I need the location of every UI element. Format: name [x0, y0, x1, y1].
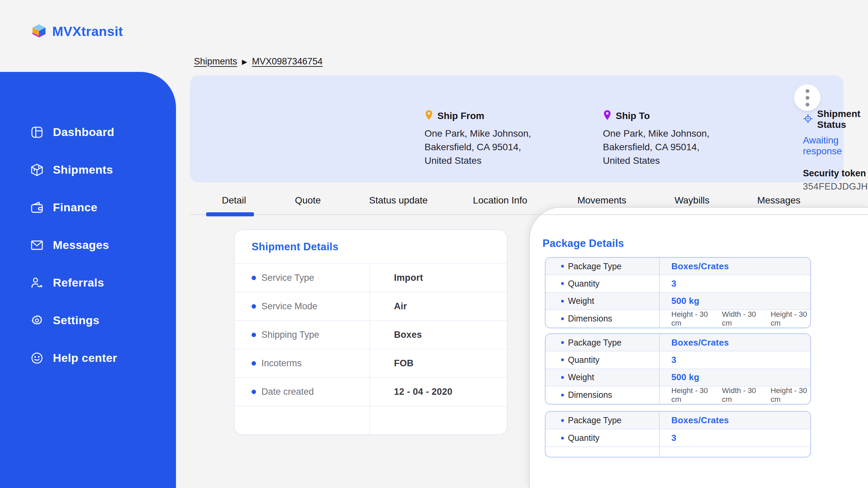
sidebar-item-label: Messages	[53, 238, 109, 252]
shipment-summary-card: Ship From One Park, Mike Johnson, Bakers…	[190, 75, 844, 182]
map-pin-from-icon	[425, 110, 433, 122]
row-value: 3	[671, 355, 676, 365]
security-token-label: Security token	[803, 168, 868, 179]
tab-waybills[interactable]: Waybills	[674, 195, 709, 206]
row-label: Weight	[568, 296, 594, 306]
sidebar-item-label: Help center	[53, 351, 117, 365]
active-tab-indicator	[206, 212, 254, 216]
bullet-icon	[561, 265, 564, 268]
shipment-details-title: Shipment Details	[252, 241, 338, 253]
row-label: Weight	[568, 372, 594, 382]
row-value: 500 kg	[671, 372, 699, 383]
bullet-icon	[252, 276, 256, 280]
table-row: Date created 12 - 04 - 2020	[235, 378, 507, 406]
logo-cube-icon	[31, 23, 47, 40]
package-table-3: Package Type Boxes/Crates Quantity 3	[545, 411, 811, 457]
breadcrumb-arrow-icon: ▶	[242, 58, 247, 66]
app-title: MVXtransit	[52, 24, 123, 39]
row-value: 12 - 04 - 2020	[394, 387, 452, 397]
row-value: Air	[394, 301, 407, 312]
table-row: Weight 500 kg	[546, 369, 810, 386]
tab-location-info[interactable]: Location Info	[473, 195, 527, 206]
table-row-empty	[546, 447, 810, 457]
dashboard-icon	[30, 125, 44, 139]
sidebar: Dashboard Shipments Finance	[0, 72, 176, 488]
package-table-2: Package Type Boxes/Crates Quantity 3 Wei…	[545, 333, 811, 405]
shipment-status-block: Shipment Status Awaiting response Securi…	[803, 109, 868, 192]
table-row: Weight 500 kg	[546, 293, 810, 310]
sidebar-item-help-center[interactable]: Help center	[0, 339, 176, 377]
breadcrumb-current-link[interactable]: MVX0987346754	[252, 56, 323, 67]
tabs-divider	[191, 214, 868, 215]
table-row: Package Type Boxes/Crates	[546, 334, 810, 351]
bullet-icon	[561, 394, 564, 396]
bullet-icon	[252, 361, 256, 366]
dimension-value: Height - 30 cm	[771, 310, 810, 328]
table-row: Dimensions Height - 30 cm Width - 30 cm …	[546, 310, 810, 328]
table-row: Service Type Import	[235, 264, 507, 292]
row-label: Incoterms	[261, 358, 302, 369]
tab-messages[interactable]: Messages	[757, 195, 801, 206]
breadcrumb-shipments-link[interactable]: Shipments	[194, 56, 237, 67]
map-pin-to-icon	[603, 110, 612, 122]
tab-detail[interactable]: Detail	[222, 195, 246, 206]
row-value: Boxes	[394, 330, 422, 340]
package-details-title-wrap: Package Details	[542, 237, 624, 250]
table-row: Dimensions Height - 30 cm Width - 30 cm …	[546, 386, 810, 404]
bullet-icon	[252, 333, 256, 337]
sidebar-item-label: Shipments	[53, 163, 113, 176]
row-label: Service Type	[261, 273, 314, 283]
tab-movements[interactable]: Movements	[577, 195, 627, 206]
sidebar-item-label: Referrals	[53, 276, 104, 289]
app-logo: MVXtransit	[31, 23, 123, 40]
bullet-icon	[561, 376, 564, 379]
sidebar-item-label: Dashboard	[53, 125, 114, 139]
row-value: Boxes/Crates	[671, 415, 729, 426]
dimension-value: Height - 30 cm	[771, 386, 810, 404]
kebab-dot	[806, 96, 809, 100]
bullet-icon	[561, 419, 564, 422]
tab-status-update[interactable]: Status update	[369, 195, 428, 206]
table-row-empty	[235, 406, 507, 434]
bullet-icon	[561, 317, 564, 320]
row-value: 3	[671, 278, 676, 289]
ship-from-label: Ship From	[437, 111, 484, 121]
shipment-status-value: Awaiting response	[803, 135, 868, 157]
sidebar-item-referrals[interactable]: Referrals	[0, 264, 176, 301]
bullet-icon	[561, 341, 564, 344]
sidebar-item-settings[interactable]: Settings	[0, 301, 176, 339]
gear-icon	[30, 313, 44, 328]
bullet-icon	[252, 304, 256, 309]
bullet-icon	[561, 300, 564, 302]
more-options-button[interactable]	[794, 84, 821, 111]
tab-quote[interactable]: Quote	[295, 195, 321, 206]
status-target-icon	[803, 114, 813, 125]
dimension-value: Height - 30 cm	[671, 386, 711, 404]
ship-from-block: Ship From One Park, Mike Johnson, Bakers…	[425, 110, 531, 168]
row-label: Quantity	[568, 433, 599, 443]
sidebar-item-shipments[interactable]: Shipments	[0, 151, 176, 189]
kebab-dot	[806, 89, 809, 93]
row-value: 3	[671, 433, 676, 443]
table-row: Quantity 3	[546, 351, 810, 369]
referral-person-icon	[30, 276, 44, 290]
row-label: Quantity	[568, 355, 599, 365]
package-icon	[30, 163, 44, 177]
row-value: Import	[394, 273, 423, 283]
table-row: Incoterms FOB	[235, 349, 507, 378]
ship-to-label: Ship To	[616, 111, 650, 121]
row-label: Package Type	[568, 261, 622, 271]
row-label: Quantity	[568, 279, 599, 289]
row-label: Package Type	[568, 415, 622, 425]
row-label: Service Mode	[261, 301, 317, 312]
sidebar-item-messages[interactable]: Messages	[0, 226, 176, 264]
table-row: Package Type Boxes/Crates	[546, 412, 810, 429]
bullet-icon	[561, 282, 564, 285]
table-row: Quantity 3	[546, 429, 810, 447]
envelope-icon	[30, 238, 44, 252]
sidebar-item-dashboard[interactable]: Dashboard	[0, 113, 176, 151]
sidebar-item-label: Settings	[53, 314, 99, 327]
bullet-icon	[252, 390, 256, 394]
row-value: FOB	[394, 358, 414, 369]
table-row: Shipping Type Boxes	[235, 321, 507, 349]
